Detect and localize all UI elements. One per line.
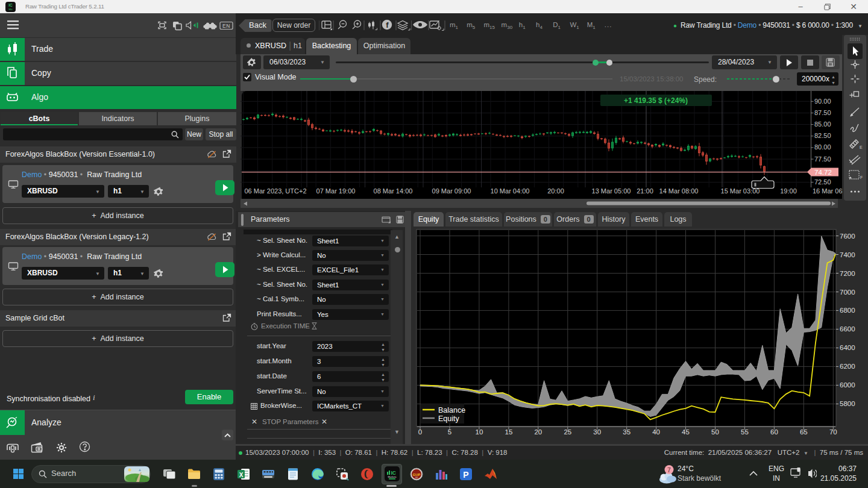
svg-text:+1 419.35 $ (+24%): +1 419.35 $ (+24%) — [624, 96, 688, 105]
svg-text:13 Mar 05:00: 13 Mar 05:00 — [592, 187, 631, 195]
svg-text:72.50: 72.50 — [814, 178, 831, 186]
svg-text:21:00: 21:00 — [637, 187, 653, 195]
svg-text:74.72: 74.72 — [814, 169, 832, 176]
svg-text:7600: 7600 — [840, 233, 855, 240]
svg-text:5800: 5800 — [840, 400, 855, 407]
svg-text:7400: 7400 — [840, 251, 855, 258]
svg-text:6200: 6200 — [840, 363, 855, 370]
svg-text:7200: 7200 — [840, 270, 855, 277]
svg-text:5: 5 — [448, 428, 451, 436]
svg-text:80.00: 80.00 — [814, 143, 831, 151]
svg-text:6600: 6600 — [840, 325, 855, 333]
svg-text:07 Mar 19:00: 07 Mar 19:00 — [316, 187, 356, 195]
svg-text:X: X — [239, 472, 244, 478]
svg-text:30: 30 — [593, 428, 601, 436]
svg-text:90.00: 90.00 — [814, 98, 831, 105]
svg-text:10 Mar 04:00: 10 Mar 04:00 — [491, 187, 530, 195]
svg-text:85.00: 85.00 — [814, 120, 831, 128]
svg-text:15: 15 — [505, 428, 513, 436]
svg-text:0: 0 — [418, 428, 422, 436]
svg-text:16 Mar 06:0: 16 Mar 06:0 — [813, 187, 842, 195]
svg-text:45: 45 — [682, 428, 690, 436]
svg-text:Balance: Balance — [438, 406, 465, 414]
svg-text:f: f — [386, 20, 389, 30]
svg-text:7: 7 — [667, 466, 671, 474]
svg-text:35: 35 — [623, 428, 631, 436]
svg-text:14 Mar 08:00: 14 Mar 08:00 — [659, 187, 699, 195]
svg-text:32: 32 — [415, 476, 418, 479]
svg-text:65: 65 — [800, 428, 808, 436]
svg-text:70: 70 — [829, 428, 837, 436]
svg-text:82.50: 82.50 — [814, 132, 831, 139]
svg-text:25: 25 — [564, 428, 571, 436]
svg-text:Markets: Markets — [388, 475, 396, 478]
svg-text:6000: 6000 — [840, 381, 855, 389]
svg-text:Equity: Equity — [438, 414, 459, 423]
svg-text:6400: 6400 — [840, 344, 855, 351]
svg-text:40: 40 — [652, 428, 660, 436]
svg-text:09 Mar 09:00: 09 Mar 09:00 — [432, 187, 471, 195]
svg-text:10: 10 — [476, 428, 483, 436]
svg-text:55: 55 — [741, 428, 749, 436]
svg-text:EN: EN — [222, 23, 230, 29]
svg-text:60: 60 — [770, 428, 778, 436]
svg-text:20:00: 20:00 — [547, 187, 564, 195]
svg-text:06 Mar 2023, UTC+2: 06 Mar 2023, UTC+2 — [244, 187, 306, 195]
svg-text:08 Mar 14:00: 08 Mar 14:00 — [374, 187, 413, 195]
svg-text:E: E — [860, 145, 863, 149]
svg-text:Mkt: Mkt — [8, 8, 13, 11]
svg-text:6800: 6800 — [840, 307, 855, 314]
svg-text:77.50: 77.50 — [814, 155, 831, 163]
svg-text:19:00: 19:00 — [780, 187, 797, 195]
svg-text:P: P — [463, 470, 468, 480]
svg-text:IC: IC — [8, 3, 13, 7]
svg-text:50: 50 — [711, 428, 719, 436]
svg-text:20: 20 — [534, 428, 542, 436]
svg-text:F: F — [860, 175, 863, 180]
svg-text:87.50: 87.50 — [814, 109, 831, 116]
svg-text:7000: 7000 — [840, 289, 855, 296]
